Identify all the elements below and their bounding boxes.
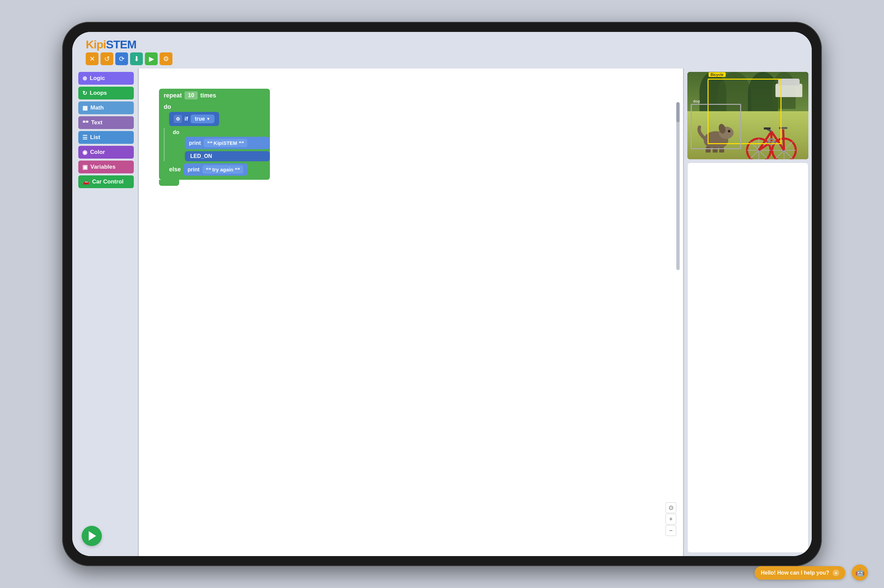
code-canvas[interactable]: repeat 10 times do ⚙ if (139, 69, 683, 556)
toolbar-download-btn[interactable]: ⬇ (130, 52, 143, 65)
sidebar-text-label: Text (91, 119, 102, 126)
repeat-block[interactable]: repeat 10 times (159, 89, 270, 102)
sidebar-item-carcontrol[interactable]: 🚗 Car Control (78, 176, 134, 188)
block-body: do ⚙ if true ▼ (159, 102, 270, 180)
zoom-out-icon: − (669, 527, 673, 534)
toolbar: ✕ ↺ ⟳ ⬇ ▶ ⚙ (86, 52, 173, 65)
do-inner-blocks: print ❝❝ KipiSTEM ❝❝ LED_ON (185, 137, 270, 161)
sidebar-item-color[interactable]: ◉ Color (78, 146, 134, 159)
toolbar-settings-btn[interactable]: ⚙ (160, 52, 173, 65)
print-value: KipiSTEM (214, 140, 237, 146)
sidebar-color-label: Color (90, 149, 105, 156)
if-row: ⚙ if true ▼ (169, 112, 270, 126)
camera-background: Bicycle dog (687, 72, 808, 159)
zoom-out-btn[interactable]: − (665, 525, 676, 536)
app-logo: KipiSTEM (86, 38, 173, 51)
zoom-controls: ⊙ + − (665, 502, 676, 536)
dog-detection-box: dog (691, 104, 741, 149)
print-block-kipistem[interactable]: print ❝❝ KipiSTEM ❝❝ (185, 137, 270, 149)
led-block[interactable]: LED_ON (185, 151, 270, 161)
sidebar-item-logic[interactable]: ⊕ Logic (78, 72, 134, 85)
dog-label: dog (692, 99, 701, 104)
sidebar-loops-label: Loops (90, 90, 107, 96)
zoom-in-icon: + (669, 516, 673, 523)
bicycle-label: Bicycle (708, 72, 726, 77)
do-label: do (159, 102, 270, 112)
print-block-tryagain[interactable]: print ❝❝ try again ❝❝ (183, 163, 248, 176)
close-quote-icon: ❝❝ (239, 141, 244, 146)
string-block-tryagain[interactable]: ❝❝ try again ❝❝ (203, 165, 244, 174)
if-block[interactable]: ⚙ if true ▼ (169, 112, 219, 126)
sidebar-math-label: Math (90, 105, 104, 111)
scroll-thumb[interactable] (676, 102, 680, 122)
play-button[interactable] (82, 526, 102, 546)
zoom-in-btn[interactable]: + (665, 514, 676, 525)
sidebar: ⊕ Logic ↻ Loops ▦ Math ❝❝ Text ☰ List (72, 69, 138, 556)
condition-block[interactable]: true ▼ (191, 115, 214, 123)
output-area[interactable] (687, 163, 808, 553)
sidebar-variables-label: Variables (90, 164, 116, 170)
sidebar-carcontrol-label: Car Control (92, 178, 124, 185)
carcontrol-icon: 🚗 (83, 178, 89, 186)
toolbar-run-btn[interactable]: ▶ (145, 52, 158, 65)
repeat-count[interactable]: 10 (185, 92, 198, 99)
math-icon: ▦ (83, 105, 88, 111)
condition-value: true (195, 116, 205, 122)
svg-line-23 (783, 129, 784, 150)
tablet-screen: KipiSTEM ✕ ↺ ⟳ ⬇ ▶ ⚙ ⊕ Logic (72, 32, 812, 556)
blocks-area: repeat 10 times do ⚙ if (159, 89, 270, 186)
sidebar-item-variables[interactable]: ▣ Variables (78, 160, 134, 173)
sidebar-item-math[interactable]: ▦ Math (78, 102, 134, 114)
gear-icon[interactable]: ⚙ (174, 115, 182, 123)
variables-icon: ▣ (83, 164, 88, 171)
do-inner-label: do (168, 128, 270, 137)
zoom-reset-icon: ⊙ (669, 504, 674, 512)
right-panel: Bicycle dog (684, 69, 812, 556)
toolbar-redo-btn[interactable]: ⟳ (115, 52, 128, 65)
toolbar-close-btn[interactable]: ✕ (86, 52, 99, 65)
repeat-label: repeat (164, 92, 182, 99)
sidebar-logic-label: Logic (90, 75, 105, 82)
tablet-device: KipiSTEM ✕ ↺ ⟳ ⬇ ▶ ⚙ ⊕ Logic (62, 22, 822, 566)
scroll-track (676, 102, 680, 270)
top-bar: KipiSTEM ✕ ↺ ⟳ ⬇ ▶ ⚙ (72, 32, 812, 69)
close-quote2-icon: ❝❝ (235, 167, 240, 172)
dropdown-arrow-icon: ▼ (206, 117, 210, 121)
toolbar-undo-btn[interactable]: ↺ (101, 52, 113, 65)
sidebar-item-loops[interactable]: ↻ Loops (78, 87, 134, 99)
led-label: LED_ON (190, 153, 212, 159)
print-label: print (189, 140, 201, 146)
open-quote2-icon: ❝❝ (206, 167, 211, 172)
sidebar-item-text[interactable]: ❝❝ Text (78, 116, 134, 129)
try-value: try again (212, 166, 234, 172)
string-block-kipistem[interactable]: ❝❝ KipiSTEM ❝❝ (204, 139, 248, 147)
camera-view: Bicycle dog (687, 72, 808, 159)
repeat-times: times (200, 92, 216, 99)
sidebar-list-label: List (90, 134, 100, 141)
list-icon: ☰ (83, 134, 87, 141)
loops-icon: ↻ (83, 90, 87, 97)
text-icon: ❝❝ (83, 119, 89, 126)
color-icon: ◉ (83, 149, 87, 156)
print-else-label: print (188, 166, 200, 173)
sidebar-item-list[interactable]: ☰ List (78, 131, 134, 144)
if-label: if (185, 116, 188, 122)
else-row: else print ❝❝ try again ❝❝ (169, 163, 270, 176)
open-quote-icon: ❝❝ (207, 141, 212, 146)
main-content: ⊕ Logic ↻ Loops ▦ Math ❝❝ Text ☰ List (72, 69, 812, 556)
else-label: else (169, 166, 181, 173)
zoom-reset-btn[interactable]: ⊙ (665, 502, 676, 513)
logic-icon: ⊕ (83, 75, 87, 82)
